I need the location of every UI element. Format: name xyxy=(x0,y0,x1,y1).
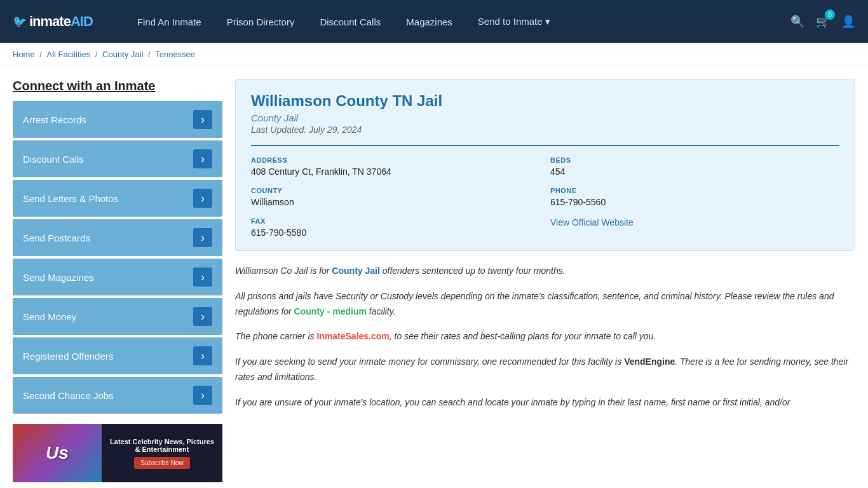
nav-discount-calls[interactable]: Discount Calls xyxy=(307,17,393,27)
facility-card: Williamson County TN Jail County Jail La… xyxy=(235,79,855,251)
breadcrumb-tennessee[interactable]: Tennessee xyxy=(155,50,195,59)
site-header: 🐦 inmateAID Find An Inmate Prison Direct… xyxy=(0,0,868,43)
fax-value: 615-790-5580 xyxy=(251,227,540,238)
main-nav: Find An Inmate Prison Directory Discount… xyxy=(125,16,771,27)
search-icon[interactable]: 🔍 xyxy=(790,15,804,29)
sidebar-item-label: Registered Offenders xyxy=(23,351,113,362)
sidebar-menu: Arrest Records › Discount Calls › Send L… xyxy=(13,101,222,414)
description-para2: All prisons and jails have Security or C… xyxy=(235,289,855,320)
breadcrumb: Home / All Facilities / County Jail / Te… xyxy=(0,43,868,66)
nav-prison-directory[interactable]: Prison Directory xyxy=(214,17,308,27)
para2-post: facility. xyxy=(367,306,396,316)
fax-group: FAX 615-790-5580 xyxy=(251,217,540,238)
main-content: Williamson County TN Jail County Jail La… xyxy=(235,79,855,482)
sidebar: Connect with an Inmate Arrest Records › … xyxy=(13,79,222,482)
inmate-sales-link[interactable]: InmateSales.com xyxy=(316,331,389,341)
ad-brand: Us xyxy=(46,443,69,463)
facility-last-updated: Last Updated: July 29, 2024 xyxy=(251,125,839,135)
arrow-icon: › xyxy=(193,228,212,247)
sidebar-item-label: Send Postcards xyxy=(23,233,90,243)
description-para3: The phone carrier is InmateSales.com, to… xyxy=(235,329,855,344)
ad-subscribe-button[interactable]: Subscribe Now xyxy=(134,457,189,469)
breadcrumb-county-jail[interactable]: County Jail xyxy=(102,50,143,59)
arrow-icon: › xyxy=(193,346,212,365)
header-icons: 🔍 🛒 0 👤 xyxy=(790,15,855,29)
sidebar-item-registered-offenders[interactable]: Registered Offenders › xyxy=(13,337,222,374)
para1-pre: Williamson Co Jail is for xyxy=(235,266,332,276)
sidebar-item-send-letters[interactable]: Send Letters & Photos › xyxy=(13,180,222,217)
beds-group: BEDS 454 xyxy=(550,156,839,177)
county-label: COUNTY xyxy=(251,187,540,194)
ad-title: Latest Celebrity News, Pictures & Entert… xyxy=(108,438,216,453)
sidebar-item-send-postcards[interactable]: Send Postcards › xyxy=(13,219,222,256)
para1-post: offenders sentenced up to twenty four mo… xyxy=(380,266,566,276)
arrow-icon: › xyxy=(193,149,212,168)
sidebar-item-discount-calls[interactable]: Discount Calls › xyxy=(13,140,222,177)
facility-details: ADDRESS 408 Century Ct, Franklin, TN 370… xyxy=(251,145,839,238)
user-icon[interactable]: 👤 xyxy=(841,15,855,29)
para3-post: , to see their rates and best-calling pl… xyxy=(390,331,656,341)
arrow-icon: › xyxy=(193,110,212,129)
nav-magazines[interactable]: Magazines xyxy=(393,17,465,27)
logo[interactable]: 🐦 inmateAID xyxy=(13,13,93,30)
address-group: ADDRESS 408 Century Ct, Franklin, TN 370… xyxy=(251,156,540,177)
sidebar-item-label: Send Money xyxy=(23,311,76,322)
sidebar-item-second-chance-jobs[interactable]: Second Chance Jobs › xyxy=(13,377,222,414)
description-para4: If you are seeking to send your inmate m… xyxy=(235,355,855,385)
beds-value: 454 xyxy=(550,166,839,177)
beds-label: BEDS xyxy=(550,156,839,164)
facility-description: Williamson Co Jail is for County Jail of… xyxy=(235,264,855,410)
phone-value: 615-790-5560 xyxy=(550,197,839,207)
para4-pre: If you are seeking to send your inmate m… xyxy=(235,356,624,367)
address-value: 408 Century Ct, Franklin, TN 37064 xyxy=(251,166,540,177)
breadcrumb-all-facilities[interactable]: All Facilities xyxy=(47,50,91,59)
facility-name: Williamson County TN Jail xyxy=(251,92,839,110)
sidebar-item-label: Second Chance Jobs xyxy=(23,390,114,401)
nav-send-to-inmate[interactable]: Send to Inmate ▾ xyxy=(465,16,563,27)
sidebar-item-label: Send Magazines xyxy=(23,272,94,283)
phone-label: PHONE xyxy=(550,187,839,194)
county-group: COUNTY Williamson xyxy=(251,187,540,207)
arrow-icon: › xyxy=(193,268,212,287)
sidebar-item-send-magazines[interactable]: Send Magazines › xyxy=(13,259,222,295)
description-para5: If you are unsure of your inmate's locat… xyxy=(235,395,855,410)
sidebar-advertisement[interactable]: Us Latest Celebrity News, Pictures & Ent… xyxy=(13,424,222,482)
county-value: Williamson xyxy=(251,197,540,207)
sidebar-title: Connect with an Inmate xyxy=(13,79,222,93)
county-medium-highlight: County - medium xyxy=(294,306,367,316)
para3-pre: The phone carrier is xyxy=(235,331,316,341)
cart-badge: 0 xyxy=(825,10,835,20)
address-label: ADDRESS xyxy=(251,156,540,164)
facility-type: County Jail xyxy=(251,112,839,123)
ad-image: Us xyxy=(13,424,102,482)
sidebar-item-arrest-records[interactable]: Arrest Records › xyxy=(13,101,222,138)
arrow-icon: › xyxy=(193,189,212,208)
breadcrumb-home[interactable]: Home xyxy=(13,50,35,59)
nav-find-inmate[interactable]: Find An Inmate xyxy=(125,17,214,27)
fax-label: FAX xyxy=(251,217,540,225)
arrow-icon: › xyxy=(193,307,212,326)
cart-icon[interactable]: 🛒 0 xyxy=(816,15,830,29)
sidebar-item-label: Send Letters & Photos xyxy=(23,193,118,204)
description-para1: Williamson Co Jail is for County Jail of… xyxy=(235,264,855,279)
sidebar-item-label: Arrest Records xyxy=(23,114,86,125)
logo-text: inmateAID xyxy=(29,13,93,30)
website-group: View Official Website xyxy=(550,217,839,238)
phone-group: PHONE 615-790-5560 xyxy=(550,187,839,207)
main-layout: Connect with an Inmate Arrest Records › … xyxy=(0,66,868,488)
ad-content: Latest Celebrity News, Pictures & Entert… xyxy=(102,424,222,482)
view-official-website-link[interactable]: View Official Website xyxy=(550,217,839,227)
sidebar-item-send-money[interactable]: Send Money › xyxy=(13,298,222,335)
sidebar-item-label: Discount Calls xyxy=(23,154,84,165)
arrow-icon: › xyxy=(193,386,212,405)
vendengine-highlight: VendEngine xyxy=(624,356,675,367)
county-jail-highlight: County Jail xyxy=(332,266,379,276)
logo-bird-icon: 🐦 xyxy=(13,15,27,29)
